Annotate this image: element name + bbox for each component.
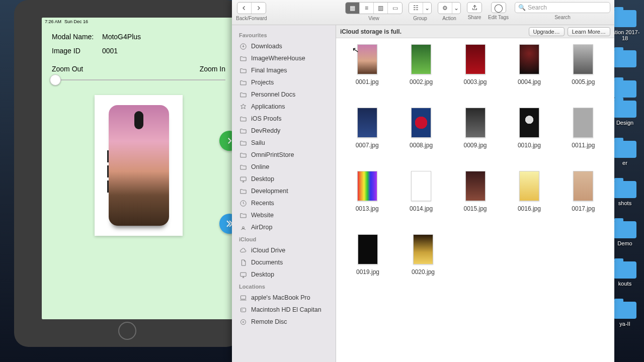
file-item[interactable]: 0007.jpg (340, 107, 394, 170)
locations-heading: Locations (232, 281, 336, 292)
sidebar-fav-downloads[interactable]: Downloads (232, 40, 336, 52)
file-item[interactable]: 0008.jpg (394, 107, 448, 170)
sidebar-item-label: Macintosh HD El Capitan (251, 306, 321, 313)
file-name: 0015.jpg (463, 205, 487, 212)
file-name: 0004.jpg (518, 78, 541, 85)
file-item[interactable]: 0017.jpg (556, 170, 610, 233)
sidebar-fav-personnel-docs[interactable]: Personnel Docs (232, 88, 336, 101)
file-thumbnail-icon (411, 108, 431, 138)
file-name: 0009.jpg (463, 142, 487, 149)
desktop-folder[interactable]: er (610, 141, 640, 166)
file-thumbnail-icon (519, 44, 539, 74)
desktop-folder[interactable] (610, 80, 640, 100)
search-input[interactable]: 🔍 Search (515, 2, 610, 13)
desktop-folder[interactable]: Design (610, 101, 640, 126)
sidebar-item-label: DevReddy (251, 127, 280, 134)
sidebar-fav-applications[interactable]: Applications (232, 101, 336, 113)
desktop-folder[interactable]: ya-II (610, 302, 640, 327)
icon-view-button[interactable]: ▦ (346, 3, 360, 14)
sidebar-item-label: AirDrop (251, 224, 272, 231)
file-item[interactable]: 0003.jpg (448, 43, 502, 107)
file-item[interactable]: 0015.jpg (448, 170, 502, 233)
sidebar-item-label: Remote Disc (251, 318, 287, 325)
apple-s-macbook-pro-icon (239, 294, 247, 302)
forward-button[interactable] (252, 3, 266, 14)
sidebar-icloud-desktop[interactable]: Desktop (232, 268, 336, 281)
desktop-folder[interactable]: ration 2017-18 (610, 10, 640, 41)
column-view-button[interactable]: ▥ (374, 3, 388, 14)
slider-thumb[interactable] (50, 74, 61, 85)
sidebar-fav-development[interactable]: Development (232, 185, 336, 197)
zoom-out-label: Zoom Out (52, 65, 83, 73)
sidebar-fav-ios-proofs[interactable]: iOS Proofs (232, 113, 336, 125)
file-item[interactable]: 0009.jpg (448, 107, 502, 170)
list-view-button[interactable]: ≡ (360, 3, 374, 14)
sidebar-fav-omniprintstore[interactable]: OmniPrintStore (232, 149, 336, 161)
sidebar-icloud-documents[interactable]: Documents (232, 256, 336, 268)
desktop-folder-label: Demo (610, 240, 640, 246)
file-item[interactable]: 0002.jpg (394, 43, 448, 107)
file-thumbnail-icon (411, 44, 431, 74)
zoom-slider[interactable] (52, 75, 225, 85)
sidebar-item-label: Projects (251, 79, 274, 86)
image-id-label: Image ID (42, 47, 102, 55)
sidebar-fav-airdrop[interactable]: AirDrop (232, 221, 336, 233)
gallery-view-button[interactable]: ▭ (388, 3, 402, 14)
sidebar-fav-recents[interactable]: Recents (232, 197, 336, 209)
zoom-in-label: Zoom In (200, 65, 225, 73)
file-item[interactable]: 0013.jpg (340, 170, 394, 233)
sidebar-fav-sailu[interactable]: Sailu (232, 137, 336, 149)
group-button[interactable]: ☷ (409, 3, 423, 14)
desktop-folder[interactable] (610, 50, 640, 69)
share-button[interactable] (467, 2, 482, 13)
file-item[interactable]: 0020.jpg (395, 233, 451, 297)
sidebar-fav-online[interactable]: Online (232, 161, 336, 173)
file-item[interactable]: 0019.jpg (340, 233, 395, 297)
sidebar-loc-apple-s-macbook-pro[interactable]: apple's MacBook Pro (232, 292, 336, 304)
file-name: 0001.jpg (356, 78, 379, 85)
image-id-value: 0001 (102, 47, 118, 55)
file-item[interactable]: 0014.jpg (394, 170, 448, 233)
sidebar-loc-macintosh-hd-el-capitan[interactable]: Macintosh HD El Capitan (232, 304, 336, 316)
folder-icon (239, 187, 247, 195)
sidebar-icloud-icloud-drive[interactable]: iCloud Drive (232, 244, 336, 256)
file-item[interactable]: 0005.jpg (556, 43, 610, 107)
desktop-folder[interactable]: shots (610, 181, 640, 206)
search-placeholder: Search (528, 4, 547, 11)
sidebar-fav-final-images[interactable]: Final Images (232, 64, 336, 76)
file-name: 0008.jpg (410, 142, 433, 149)
group-dropdown[interactable]: ⌄ (423, 3, 431, 14)
finder-window: Back/Forward ▦ ≡ ▥ ▭ View ☷⌄ Group ⚙⌄ Ac… (232, 0, 614, 362)
airdrop-icon (239, 223, 247, 231)
file-item[interactable]: 0011.jpg (556, 107, 610, 170)
macintosh-hd-el-capitan-icon (239, 306, 247, 314)
file-grid[interactable]: 0001.jpg0002.jpg0003.jpg0004.jpg0005.jpg… (336, 38, 614, 362)
status-bar: 7:26 AM Sun Dec 16 (42, 18, 235, 26)
learn-more-button[interactable]: Learn More… (568, 27, 610, 36)
action-button[interactable]: ⚙ (438, 3, 452, 14)
sidebar-item-label: OmniPrintStore (251, 151, 294, 158)
upgrade-button[interactable]: Upgrade… (529, 27, 565, 36)
icloud-banner: iCloud storage is full. Upgrade… Learn M… (336, 25, 614, 38)
desktop-folder[interactable]: kouts (610, 261, 640, 287)
sidebar-fav-website[interactable]: Website (232, 209, 336, 221)
home-button[interactable] (118, 322, 136, 340)
sidebar-loc-remote-disc[interactable]: Remote Disc (232, 316, 336, 328)
back-button[interactable] (237, 3, 252, 14)
finder-toolbar: Back/Forward ▦ ≡ ▥ ▭ View ☷⌄ Group ⚙⌄ Ac… (232, 0, 614, 25)
edit-tags-button[interactable]: ◯ (491, 2, 506, 13)
file-item[interactable]: 0016.jpg (502, 170, 556, 233)
sidebar-fav-projects[interactable]: Projects (232, 76, 336, 88)
action-dropdown[interactable]: ⌄ (452, 3, 460, 14)
sidebar-fav-devreddy[interactable]: DevReddy (232, 125, 336, 137)
folder-icon (613, 101, 636, 118)
file-thumbnail-icon (573, 171, 593, 201)
file-item[interactable]: 0010.jpg (502, 107, 556, 170)
sidebar-fav-desktop[interactable]: Desktop (232, 173, 336, 185)
file-item[interactable]: 0004.jpg (502, 43, 556, 107)
desktop-folder[interactable]: Demo (610, 221, 640, 246)
file-item[interactable]: 0001.jpg (340, 43, 394, 107)
sidebar-fav-imagewherehouse[interactable]: ImageWhereHouse (232, 52, 336, 64)
folder-icon (613, 50, 636, 67)
folder-icon (239, 139, 247, 147)
